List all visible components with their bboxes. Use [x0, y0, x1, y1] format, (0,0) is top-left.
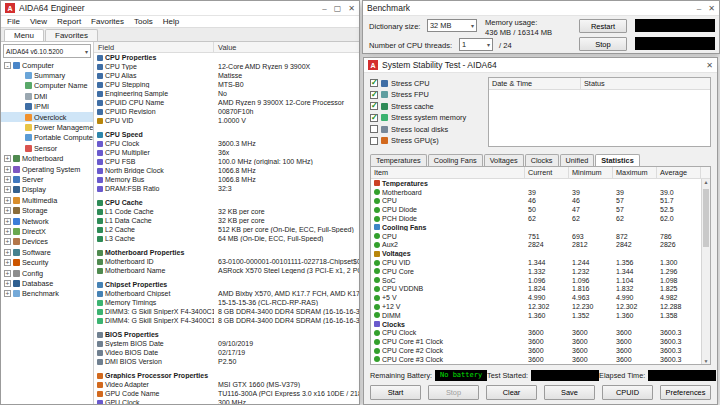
stats-row[interactable]: Voltages: [371, 249, 701, 258]
checkbox-icon[interactable]: [370, 91, 378, 99]
tree-item[interactable]: Overclock: [1, 112, 93, 122]
tree-expander-icon[interactable]: [16, 82, 23, 89]
tree-item[interactable]: + Server: [1, 174, 93, 184]
checkbox-icon[interactable]: [370, 125, 378, 133]
tree-expander-icon[interactable]: [16, 145, 23, 152]
scroll-up-icon[interactable]: ▲: [704, 179, 709, 185]
field-row[interactable]: L1 Data Cache 32 KB per core: [94, 216, 359, 225]
tree-expander-icon[interactable]: +: [4, 218, 11, 225]
field-row[interactable]: Memory Timings 15-15-15-36 (CL-RCD-RP-RA…: [94, 298, 359, 307]
field-row[interactable]: Motherboard Chipset AMD Bixby X570, AMD …: [94, 289, 359, 298]
tree-item[interactable]: + Devices: [1, 237, 93, 247]
tree-item[interactable]: Power Management: [1, 122, 93, 132]
stats-row[interactable]: CPU Diode 50 47 57 52.5: [371, 205, 701, 214]
menu-item[interactable]: Favorites: [91, 17, 124, 26]
menu-item[interactable]: File: [7, 17, 20, 26]
sst-button[interactable]: Clear: [486, 385, 537, 400]
stats-row[interactable]: CPU Core 1.332 1.232 1.344 1.296: [371, 267, 701, 276]
dictionary-size-select[interactable]: 32 MB ▾: [427, 19, 477, 32]
field-row[interactable]: Memory Bus 1066.8 MHz: [94, 175, 359, 184]
tree-expander-icon[interactable]: +: [4, 238, 11, 245]
field-row[interactable]: DMI BIOS Version P2.50: [94, 357, 359, 366]
field-row[interactable]: CPU Cache: [94, 198, 359, 207]
tree-item[interactable]: Summary: [1, 70, 93, 80]
tree-expander-icon[interactable]: +: [4, 280, 11, 287]
menu-item[interactable]: Help: [163, 17, 179, 26]
stats-row[interactable]: CPU VDDNB 1.824 1.816 1.832 1.825: [371, 285, 701, 294]
minimize-icon[interactable]: –: [697, 4, 701, 13]
tree-expander-icon[interactable]: [16, 114, 23, 121]
field-row[interactable]: CPU Properties: [94, 53, 359, 62]
menu-item[interactable]: View: [30, 17, 47, 26]
restart-button[interactable]: Restart: [579, 19, 627, 33]
field-row[interactable]: CPU FSB 100.0 MHz (original: 100 MHz): [94, 157, 359, 166]
tree-expander-icon[interactable]: +: [4, 166, 11, 173]
scroll-down-icon[interactable]: ▼: [704, 358, 709, 364]
version-selector[interactable]: AIDA64 v6.10.5200 ▾: [3, 44, 91, 58]
page-tab[interactable]: Favorites: [45, 29, 98, 41]
field-row[interactable]: CPU Type 12-Core AMD Ryzen 9 3900X: [94, 62, 359, 71]
field-row[interactable]: Motherboard Properties: [94, 248, 359, 257]
field-row[interactable]: CPU Speed: [94, 130, 359, 139]
field-row[interactable]: Graphics Processor Properties: [94, 371, 359, 380]
sst-tab[interactable]: Clocks: [525, 154, 559, 166]
stats-row[interactable]: CPU 46 46 57 51.7: [371, 197, 701, 206]
stats-row[interactable]: Aux2 2824 2812 2842 2826: [371, 241, 701, 250]
field-row[interactable]: CPU Clock 3600.3 MHz: [94, 139, 359, 148]
tree-item[interactable]: + Motherboard: [1, 154, 93, 164]
field-row[interactable]: CPU Alias Matisse: [94, 71, 359, 80]
field-row[interactable]: CPU Stepping MTS-B0: [94, 80, 359, 89]
tree-expander-icon[interactable]: +: [4, 207, 11, 214]
field-row[interactable]: North Bridge Clock 1066.8 MHz: [94, 166, 359, 175]
field-row[interactable]: CPU VID 1.0000 V: [94, 116, 359, 125]
tree-expander-icon[interactable]: -: [4, 62, 11, 69]
tree-item[interactable]: + Software: [1, 247, 93, 257]
tree-item[interactable]: Portable Computer: [1, 133, 93, 143]
stats-row[interactable]: PCH Diode 62 62 62 62.0: [371, 214, 701, 223]
close-icon[interactable]: ✕: [348, 4, 355, 13]
sst-tab[interactable]: Statistics: [595, 154, 639, 166]
field-row[interactable]: CPUID Revision 00870F10h: [94, 107, 359, 116]
tree-expander-icon[interactable]: [16, 103, 23, 110]
stress-option[interactable]: Stress system memory: [370, 113, 482, 123]
sst-button[interactable]: Preferences: [660, 385, 711, 400]
field-row[interactable]: Motherboard ID 63-0100-000001-00101111-0…: [94, 257, 359, 266]
tree-item[interactable]: Computer Name: [1, 81, 93, 91]
close-icon[interactable]: ✕: [706, 61, 713, 70]
field-row[interactable]: DIMM3: G Skill SniperX F4-3400C16-8GSXW …: [94, 307, 359, 316]
field-row[interactable]: Engineering Sample No: [94, 89, 359, 98]
field-row[interactable]: GPU Clock 300 MHz: [94, 398, 359, 404]
stats-row[interactable]: CPU Core #3 Clock 3600 3600 3600 3600.3: [371, 355, 701, 364]
sst-tab[interactable]: Unified: [560, 154, 595, 166]
tree-expander-icon[interactable]: +: [4, 228, 11, 235]
field-row[interactable]: DIMM4: G Skill SniperX F4-3400C16-8GSXW …: [94, 316, 359, 325]
stats-row[interactable]: Motherboard 39 39 39 39.0: [371, 188, 701, 197]
field-row[interactable]: CPUID CPU Name AMD Ryzen 9 3900X 12-Core…: [94, 98, 359, 107]
tree-item[interactable]: - Computer: [1, 60, 93, 70]
tree-item[interactable]: + Benchmark: [1, 289, 93, 299]
tree-item[interactable]: + Multimedia: [1, 195, 93, 205]
tree-expander-icon[interactable]: [16, 134, 23, 141]
tree-expander-icon[interactable]: +: [4, 249, 11, 256]
checkbox-icon[interactable]: [370, 137, 378, 145]
stats-row[interactable]: DIMM 1.360 1.352 1.360 1.358: [371, 311, 701, 320]
tree-expander-icon[interactable]: +: [4, 197, 11, 204]
field-row[interactable]: Chipset Properties: [94, 280, 359, 289]
checkbox-icon[interactable]: [370, 114, 378, 122]
field-row[interactable]: L3 Cache 64 MB (On-Die, ECC, Full-Speed): [94, 234, 359, 243]
scrollbar-vertical[interactable]: ▲ ▼: [701, 179, 710, 364]
checkbox-icon[interactable]: [370, 102, 378, 110]
checkbox-icon[interactable]: [370, 79, 378, 87]
field-row[interactable]: CPU Multiplier 36x: [94, 148, 359, 157]
sst-button[interactable]: Save: [544, 385, 595, 400]
stats-row[interactable]: +5 V 4.990 4.963 4.990 4.982: [371, 293, 701, 302]
sst-button[interactable]: Start: [370, 385, 421, 400]
tree-item[interactable]: + Security: [1, 257, 93, 267]
stats-row[interactable]: SoC 1.096 1.096 1.104 1.098: [371, 276, 701, 285]
tree-expander-icon[interactable]: +: [4, 186, 11, 193]
sst-button[interactable]: Stop: [428, 385, 479, 400]
tree-item[interactable]: + Operating System: [1, 164, 93, 174]
tree-item[interactable]: + Network: [1, 216, 93, 226]
stats-row[interactable]: Cooling Fans: [371, 223, 701, 232]
stop-button[interactable]: Stop: [579, 37, 627, 51]
